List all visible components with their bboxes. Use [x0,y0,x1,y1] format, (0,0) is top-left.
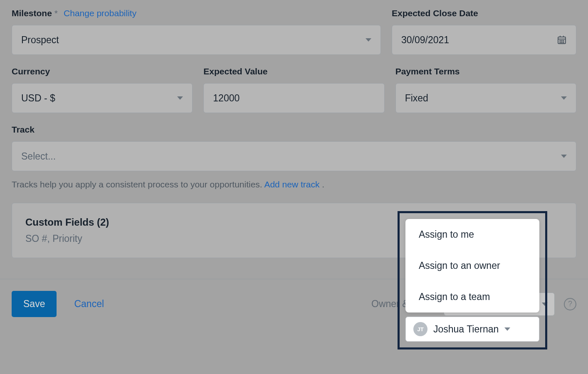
chevron-down-icon [561,155,567,158]
currency-value: USD - $ [21,93,55,104]
payment-terms-value: Fixed [405,93,428,104]
svg-point-5 [561,40,562,41]
required-indicator: * [54,8,58,18]
calendar-icon [557,35,567,45]
payment-terms-label: Payment Terms [395,66,460,76]
track-placeholder: Select... [21,151,56,162]
avatar: JT [413,322,427,336]
track-helper: Tracks help you apply a consistent proce… [12,180,576,189]
close-date-label: Expected Close Date [392,8,478,18]
close-date-input[interactable]: 30/09/2021 [392,25,576,55]
expected-value-input[interactable]: 12000 [203,83,384,113]
expected-value-label: Expected Value [203,66,267,76]
close-date-value: 30/09/2021 [401,34,449,46]
chevron-down-icon [366,38,371,42]
change-probability-link[interactable]: Change probability [64,8,136,18]
expected-value-value: 12000 [213,93,240,104]
currency-label: Currency [12,66,50,76]
assign-to-owner-item[interactable]: Assign to an owner [405,250,539,281]
cancel-button[interactable]: Cancel [74,298,104,310]
chevron-down-icon [504,327,510,331]
help-icon[interactable]: ? [564,298,576,310]
owner-dropdown[interactable]: JT Joshua Tiernan [405,317,539,342]
milestone-value: Prospect [21,34,59,46]
svg-point-8 [561,42,562,43]
assign-to-me-item[interactable]: Assign to me [405,219,539,250]
milestone-label: Milestone [12,8,52,18]
payment-terms-select[interactable]: Fixed [395,83,576,113]
add-track-link[interactable]: Add new track [264,180,319,189]
owner-name: Joshua Tiernan [433,324,499,335]
chevron-down-icon [561,96,567,100]
svg-point-9 [563,42,564,43]
track-label: Track [12,125,35,135]
save-button[interactable]: Save [12,291,57,317]
currency-select[interactable]: USD - $ [12,83,193,113]
track-select[interactable]: Select... [12,141,576,171]
assign-popover: Assign to me Assign to an owner Assign t… [405,219,539,312]
chevron-down-icon [177,96,183,100]
svg-point-4 [560,40,561,41]
svg-point-6 [563,40,564,41]
milestone-select[interactable]: Prospect [12,25,381,55]
assign-popover-highlight: Assign to me Assign to an owner Assign t… [398,211,547,349]
assign-to-team-item[interactable]: Assign to a team [405,281,539,312]
svg-point-7 [560,42,561,43]
